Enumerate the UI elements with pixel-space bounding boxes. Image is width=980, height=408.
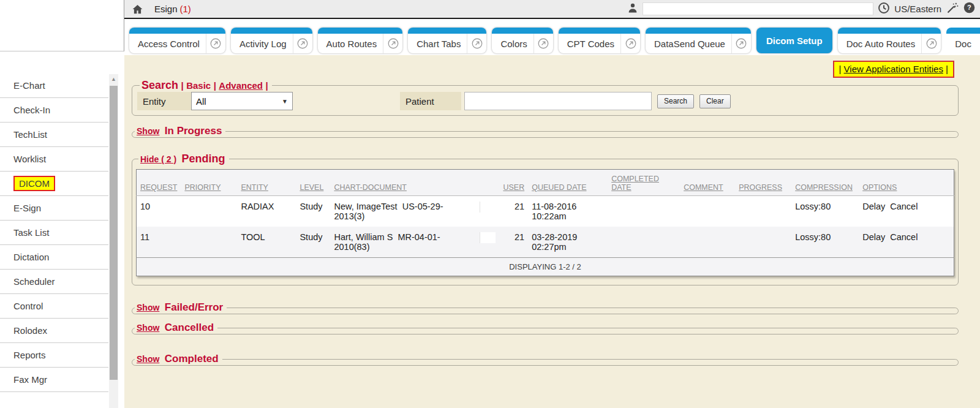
cell-progress xyxy=(735,227,791,258)
popout-icon[interactable] xyxy=(293,34,312,53)
table-footer-row: DISPLAYING 1-2 / 2 xyxy=(137,258,954,276)
cancelled-section: Show Cancelled xyxy=(132,322,959,334)
col-compression[interactable]: COMPRESSION xyxy=(791,170,859,196)
delay-action[interactable]: Delay xyxy=(862,232,885,242)
col-chart-document[interactable]: CHART-DOCUMENT xyxy=(330,170,476,196)
cell-queued-date: 11-08-201610:22am xyxy=(528,196,608,227)
search-legend: Search | Basic | Advanced | xyxy=(140,79,272,92)
clear-button[interactable]: Clear xyxy=(699,94,731,108)
home-icon[interactable] xyxy=(132,4,143,15)
sidebar-item-reports[interactable]: Reports xyxy=(0,343,108,368)
cell-entity: TOOL xyxy=(237,227,296,258)
col-queued-date[interactable]: QUEUED DATE xyxy=(528,170,608,196)
sidebar-item-e-chart[interactable]: E-Chart xyxy=(0,74,108,98)
tab-label: Doc xyxy=(946,39,978,49)
search-advanced-link[interactable]: Advanced xyxy=(219,80,263,91)
hide-pending-link[interactable]: Hide ( 2 ) xyxy=(140,154,176,164)
tab-accent-strip xyxy=(129,28,225,34)
popout-icon[interactable] xyxy=(620,34,640,53)
tab-doc-auto-routes[interactable]: Doc Auto Routes xyxy=(838,28,941,53)
entity-select[interactable]: All ▼ xyxy=(191,92,293,110)
tab-access-control[interactable]: Access Control xyxy=(129,28,225,53)
cell-entity: RADIAX xyxy=(237,196,296,227)
show-in-progress-link[interactable]: Show xyxy=(137,126,159,136)
col-progress[interactable]: PROGRESS xyxy=(735,170,791,196)
show-completed-link[interactable]: Show xyxy=(137,354,159,364)
cell-request: 11 xyxy=(137,227,181,258)
sidebar-item-rolodex[interactable]: Rolodex xyxy=(0,319,108,343)
queued-time: 10:22am xyxy=(532,211,566,221)
tab-chart-tabs[interactable]: Chart Tabs xyxy=(408,28,486,53)
popout-icon[interactable] xyxy=(533,34,553,53)
col-request[interactable]: REQUEST xyxy=(137,170,181,196)
scroll-up-icon[interactable]: ▲ xyxy=(109,74,118,83)
global-search-input[interactable] xyxy=(643,2,873,15)
sidebar-item-check-in[interactable]: Check-In xyxy=(0,98,108,123)
sidebar-item-task-list[interactable]: Task List xyxy=(0,221,108,245)
col-priority[interactable]: PRIORITY xyxy=(181,170,237,196)
tab-auto-routes[interactable]: Auto Routes xyxy=(318,28,403,53)
popout-icon[interactable] xyxy=(921,34,941,53)
svg-text:?: ? xyxy=(967,4,971,11)
col-entity[interactable]: ENTITY xyxy=(237,170,296,196)
sidebar-item-worklist[interactable]: Worklist xyxy=(0,147,108,172)
clock-icon xyxy=(878,2,890,17)
tab-dicom-setup[interactable]: Dicom Setup xyxy=(756,28,832,53)
sidebar-item-label: Fax Mgr xyxy=(13,374,47,385)
sidebar-item-label: Rolodex xyxy=(13,325,47,336)
sidebar-item-dictation[interactable]: Dictation xyxy=(0,245,108,270)
popout-icon[interactable] xyxy=(383,34,402,53)
col-level[interactable]: LEVEL xyxy=(296,170,330,196)
tab-colors[interactable]: Colors xyxy=(492,28,552,53)
scrollbar-thumb[interactable] xyxy=(110,86,118,380)
view-application-entities-link[interactable]: View Application Entities xyxy=(844,64,943,74)
patient-input[interactable] xyxy=(464,92,652,110)
sidebar-item-fax-mgr[interactable]: Fax Mgr xyxy=(0,368,108,392)
cell-queued-date: 03-28-201902:27pm xyxy=(528,227,608,258)
sidebar-scrollbar[interactable]: ▲ xyxy=(109,74,118,408)
entity-select-value: All xyxy=(196,96,206,107)
show-cancelled-link[interactable]: Show xyxy=(137,323,159,333)
tab-activity-log[interactable]: Activity Log xyxy=(231,28,312,53)
cell-compression: Lossy:80 xyxy=(791,227,859,258)
cancel-action[interactable]: Cancel xyxy=(890,202,918,211)
cancel-action[interactable]: Cancel xyxy=(890,232,918,242)
wand-icon[interactable] xyxy=(946,2,959,17)
tab-datasend-queue[interactable]: DataSend Queue xyxy=(646,28,751,53)
sidebar-item-e-sign[interactable]: E-Sign xyxy=(0,196,108,221)
completed-legend: Show Completed xyxy=(135,353,222,365)
help-icon[interactable]: ? xyxy=(963,2,975,16)
cell-request: 10 xyxy=(137,196,181,227)
cell-options: DelayCancel xyxy=(859,196,954,227)
tab-label: Chart Tabs xyxy=(408,39,467,49)
tab-accent-strip xyxy=(559,28,640,34)
col-user[interactable]: USER xyxy=(499,170,528,196)
tab-label: Doc Auto Routes xyxy=(838,39,922,49)
sidebar-item-techlist[interactable]: TechList xyxy=(0,123,108,147)
sidebar-item-label: Check-In xyxy=(13,105,50,115)
sidebar-item-scheduler[interactable]: Scheduler xyxy=(0,270,108,294)
pending-legend: Hide ( 2 ) Pending xyxy=(138,153,229,165)
search-basic-link[interactable]: Basic xyxy=(186,80,211,91)
popout-icon[interactable] xyxy=(731,34,751,53)
user-icon xyxy=(627,2,638,16)
sidebar-item-dicom[interactable]: DICOM xyxy=(0,172,108,196)
search-button[interactable]: Search xyxy=(657,94,694,108)
col-user-spacer xyxy=(476,170,499,196)
col-options[interactable]: OPTIONS xyxy=(859,170,954,196)
show-failed-error-link[interactable]: Show xyxy=(137,303,159,312)
popout-icon[interactable] xyxy=(206,34,225,53)
col-comment[interactable]: COMMENT xyxy=(680,170,735,196)
sidebar-item-control[interactable]: Control xyxy=(0,294,108,319)
sidebar-item-label: Scheduler xyxy=(13,276,55,287)
tab-doc-truncated[interactable]: Doc xyxy=(946,28,980,53)
tab-label: Colors xyxy=(492,39,533,49)
tab-cpt-codes[interactable]: CPT Codes xyxy=(559,28,640,53)
sidebar-item-label-active: DICOM xyxy=(13,176,55,191)
popout-icon[interactable] xyxy=(467,34,486,53)
col-completed-date[interactable]: COMPLETED DATE xyxy=(608,170,680,196)
search-fieldset: Search | Basic | Advanced | Entity All ▼… xyxy=(132,79,959,116)
view-application-entities-box: | View Application Entities | xyxy=(833,61,954,78)
delay-action[interactable]: Delay xyxy=(862,202,885,211)
paging-status: DISPLAYING 1-2 / 2 xyxy=(137,258,954,276)
